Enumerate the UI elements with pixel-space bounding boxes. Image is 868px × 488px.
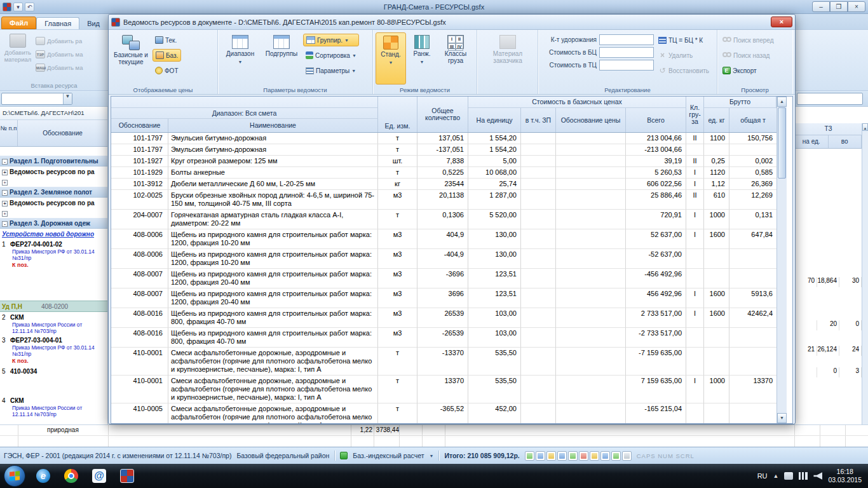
taskbar-app[interactable] [58,466,84,486]
table-row[interactable]: 408-0006 Щебень из природного камня для … [111,249,776,269]
expander-icon[interactable]: - [2,221,8,227]
table-row[interactable]: 410-0005 Смеси асфальтобетонные дорожные… [111,403,776,424]
table-row[interactable]: 408-0007 Щебень из природного камня для … [111,288,776,308]
expander-icon[interactable]: + [2,180,8,186]
view-toggle-icon[interactable] [600,451,610,461]
expander-icon[interactable]: - [2,190,8,196]
grouping-button[interactable]: Группир.▼ [303,34,359,46]
document-tab[interactable]: D:\СМЕТЫ\6. ДАГЕСТАН\201 [0,107,107,120]
table-row[interactable]: 408-0016 Щебень из природного камня для … [111,308,776,328]
taskbar-app[interactable]: @ [86,466,112,486]
tree-item[interactable]: -Раздел 2. Земляное полот [0,187,107,198]
view-toggle-icon[interactable] [525,451,534,461]
table-row[interactable]: 410-0001 Смеси асфальтобетонные дорожные… [111,348,776,376]
ranked-mode-button[interactable]: Ранж.▼ [408,32,436,85]
taskbar-app[interactable]: e [31,466,56,486]
main-vertical-scrollbar[interactable]: ▲ [862,123,868,424]
tree-item[interactable]: + [0,177,107,187]
expander-icon[interactable]: + [2,170,8,175]
tree-item[interactable]: Уд П,Н408-0200 [0,301,107,312]
table-row[interactable]: 408-0006 Щебень из природного камня для … [111,229,776,249]
expander-icon[interactable]: + [2,201,8,207]
table-row[interactable]: 101-1927 Круг отрезной размером: 125 мм … [111,156,776,167]
tree-item[interactable]: 5410-0034 [0,366,107,376]
tree-item[interactable]: Устройство новой дорожно [0,229,107,239]
view-toggle-icon[interactable] [579,451,588,461]
tree-item[interactable]: +Ведомость ресурсов по ра [0,198,107,208]
ribbon-tab[interactable]: Файл [1,17,36,29]
tree-item[interactable]: + [0,208,107,218]
table-row[interactable]: 101-3912 Дюбели металлические Д 60 мм, L… [111,179,776,190]
ribbon-small-button[interactable]: Добавить ра [36,35,83,46]
scroll-up-icon[interactable]: ▲ [777,97,787,107]
scroll-up-icon[interactable]: ▲ [862,123,868,131]
sorting-button[interactable]: Сортировка▼ [303,49,359,62]
base-prices-button[interactable]: Баз. [153,49,181,62]
ribbon-small-button[interactable]: МАШ Добавить ма [36,62,83,73]
export-button[interactable]: EЭкспорт [720,64,776,77]
search-back-button[interactable]: Поиск назад [720,49,776,62]
tree-item[interactable]: +Ведомость ресурсов по ра [0,166,107,177]
tree-item[interactable] [0,147,107,156]
expander-icon[interactable]: + [2,211,8,217]
language-indicator[interactable]: RU [757,472,768,480]
tree-item[interactable] [0,376,107,395]
view-toggle-icon[interactable] [622,451,632,461]
table-row[interactable]: 101-1797 Эмульсия битумно-дорожная т 137… [111,133,776,144]
table-row[interactable]: 408-0016 Щебень из природного камня для … [111,328,776,348]
tree-item[interactable]: 1ФЕР27-04-001-02 Приказ Минстроя РФ от 3… [0,239,107,270]
start-button[interactable] [4,465,25,487]
action-center-icon[interactable] [784,472,793,480]
tree-item[interactable]: -Раздел 3. Дорожная одеж [0,218,107,229]
view-toggle-icon[interactable] [546,451,556,461]
close-button[interactable]: × [848,1,865,12]
tree-item[interactable]: 3ФЕР27-03-004-01 Приказ Минстроя РФ от 3… [0,335,107,366]
tc-formula-button[interactable]: ТЦ = БЦ * К [656,34,712,46]
taskbar-app[interactable] [114,466,140,486]
minimize-button[interactable]: – [812,1,830,12]
table-row[interactable]: 102-0025 Бруски обрезные хвойных пород д… [111,190,776,210]
view-toggle-icon[interactable] [590,451,599,461]
maximize-button[interactable]: ❒ [830,1,848,12]
table-row[interactable]: 204-0007 Горячекатаная арматурная сталь … [111,210,776,229]
ribbon-tab[interactable]: Вид [79,18,107,29]
table-row[interactable]: 101-1929 Болты анкерные т 0,5225 10 068,… [111,167,776,179]
volume-icon[interactable] [813,472,822,480]
view-toggle-icon[interactable] [568,451,578,461]
cost-tc-input[interactable] [599,60,654,71]
search-combobox[interactable]: ▼ [1,93,72,105]
scrollbar-thumb[interactable] [778,107,786,179]
basis-and-current-button[interactable]: Базисные и текущие [111,32,151,85]
current-prices-button[interactable]: Тек. [153,34,181,46]
tree-item[interactable]: 2СКМ Приказ Минстроя России от 12.11.14 … [0,312,107,335]
add-material-button[interactable]: Добавить материал [1,32,34,73]
scroll-down-icon[interactable]: ▼ [777,413,787,423]
customer-material-button[interactable]: Материал заказчика [482,32,533,85]
view-toggle-icon[interactable] [536,451,545,461]
delete-button[interactable]: ×Удалить [656,49,712,62]
standard-mode-button[interactable]: Станд.▼ [376,32,406,85]
tree-item[interactable]: 4СКМ Приказ Минстроя России от 12.11.14 … [0,395,107,418]
fot-button[interactable]: ФОТ [153,64,181,77]
chevron-down-icon[interactable]: ▼ [429,454,433,458]
tree-item[interactable] [0,270,107,301]
table-row[interactable]: 410-0001 Смеси асфальтобетонные дорожные… [111,376,776,403]
restore-button[interactable]: ↺Восстановить [656,64,712,77]
dialog-close-button[interactable]: × [771,17,792,27]
search-forward-button[interactable]: Поиск вперед [720,34,776,46]
clock[interactable]: 16:18 03.03.2015 [828,468,862,484]
network-icon[interactable] [799,472,808,480]
table-row[interactable]: 408-0007 Щебень из природного камня для … [111,269,776,288]
table-row[interactable]: 101-1797 Эмульсия битумно-дорожная т -13… [111,144,776,156]
parameters-button[interactable]: Параметры▼ [303,64,359,77]
tree-item[interactable]: -Раздел 1. Подготовительны [0,156,107,166]
expander-icon[interactable]: - [2,159,8,165]
chevron-down-icon[interactable]: ▼ [63,93,72,104]
ribbon-tab[interactable]: Главная [36,17,79,29]
filter-input[interactable] [797,93,863,105]
view-toggle-icon[interactable] [611,451,621,461]
ribbon-small-button[interactable]: ТЗР Добавить ма [36,48,83,60]
subgroups-button[interactable]: Подгруппы [262,32,301,85]
range-button[interactable]: Диапазон▼ [220,32,260,85]
calc-mode-selector[interactable]: Баз.-индексный расчет [353,452,424,459]
